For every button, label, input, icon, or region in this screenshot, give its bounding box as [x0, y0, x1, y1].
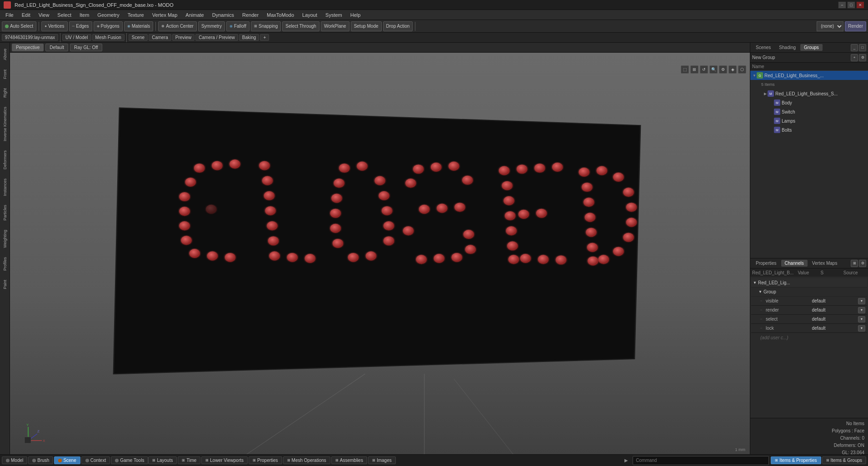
render-button[interactable]: Render: [845, 21, 866, 31]
sidebar-tab-inverse-kinematics[interactable]: Inverse Kinematics: [1, 103, 9, 145]
menu-render[interactable]: Render: [239, 11, 262, 19]
tree-item-body[interactable]: M Body: [750, 98, 868, 107]
menu-select[interactable]: Select: [54, 11, 75, 19]
tree-item-bolts[interactable]: M Bolts: [750, 125, 868, 134]
auto-select-button[interactable]: Auto Select: [2, 21, 36, 31]
menu-edit[interactable]: Edit: [18, 11, 34, 19]
menu-layout[interactable]: Layout: [299, 11, 321, 19]
camera-tab[interactable]: Camera: [149, 34, 171, 41]
camera-preview-tab[interactable]: Camera / Preview: [195, 34, 238, 41]
default-tab[interactable]: Default: [45, 44, 68, 51]
maximize-button[interactable]: □: [847, 1, 855, 9]
ch-dropdown-select[interactable]: ▾: [858, 316, 865, 322]
vp-settings-btn[interactable]: ⚙: [719, 65, 727, 74]
mode-scene-tab[interactable]: Scene: [54, 456, 80, 464]
tree-item-lamps[interactable]: M Lamps: [750, 116, 868, 125]
properties-tab[interactable]: Properties: [752, 260, 780, 267]
vp-expand-btn[interactable]: ⬚: [681, 65, 689, 74]
menu-geometry[interactable]: Geometry: [94, 11, 123, 19]
perspective-tab[interactable]: Perspective: [12, 44, 44, 51]
sidebar-tab-particles[interactable]: Particles: [1, 201, 9, 225]
menu-view[interactable]: View: [35, 11, 53, 19]
layer-info[interactable]: 97484630199:lay-unmax: [2, 34, 58, 41]
mode-brush-tab[interactable]: Brush: [28, 456, 53, 464]
render-dropdown[interactable]: (none): [817, 21, 843, 31]
setup-mode-button[interactable]: Setup Mode: [351, 21, 382, 31]
brp-expand-btn[interactable]: ⊞: [851, 260, 858, 267]
scenes-tab[interactable]: Scenes: [752, 44, 774, 51]
settings-group-btn[interactable]: ⚙: [859, 54, 866, 61]
mode-model-tab[interactable]: Model: [2, 456, 27, 464]
tree-item-switch[interactable]: M Switch: [750, 107, 868, 116]
time-tab[interactable]: ⊞ Time: [178, 456, 200, 464]
mode-context-tab[interactable]: Context: [81, 456, 110, 464]
properties-tab-bottom[interactable]: ⊞ Properties: [249, 456, 282, 464]
vertices-button[interactable]: ● Vertices: [41, 21, 67, 31]
tree-item-1[interactable]: ▶ M Red_LED_Light_Business_S...: [750, 89, 868, 98]
baking-tab[interactable]: Baking: [239, 34, 259, 41]
brp-settings-btn[interactable]: ⚙: [859, 260, 866, 267]
scene-tab[interactable]: Scene: [129, 34, 148, 41]
tree-item-root[interactable]: ▼ G Red_LED_Light_Business_...: [750, 71, 868, 80]
workplane-button[interactable]: WorkPlane: [321, 21, 349, 31]
command-arrow-btn[interactable]: ▶: [623, 458, 630, 463]
close-button[interactable]: ✕: [856, 1, 864, 9]
menu-texture[interactable]: Texture: [124, 11, 148, 19]
menu-help[interactable]: Help: [347, 11, 364, 19]
preview-tab[interactable]: Preview: [172, 34, 195, 41]
vp-reset-btn[interactable]: ↺: [700, 65, 708, 74]
polygons-button[interactable]: ◈ Polygons: [94, 21, 123, 31]
menu-dynamics[interactable]: Dynamics: [209, 11, 238, 19]
mesh-fusion-tab[interactable]: Mesh Fusion: [92, 34, 125, 41]
sidebar-tab-above[interactable]: Above: [1, 45, 9, 64]
menu-vertex-map[interactable]: Vertex Map: [149, 11, 181, 19]
menu-animate[interactable]: Animate: [182, 11, 207, 19]
assemblies-tab[interactable]: ⊞ Assemblies: [331, 456, 367, 464]
vp-zoom-btn[interactable]: 🔍: [709, 65, 718, 74]
add-group-btn[interactable]: +: [851, 54, 858, 61]
ch-group-red-led[interactable]: ▼ Red_LED_Lig...: [751, 278, 867, 288]
falloff-button[interactable]: ◉ Falloff: [226, 21, 249, 31]
menu-file[interactable]: File: [2, 11, 17, 19]
layouts-tab[interactable]: ⊞ Layouts: [148, 456, 177, 464]
items-groups-tab[interactable]: ⊞ Items & Groups: [822, 456, 866, 464]
sidebar-tab-weighting[interactable]: Weighting: [1, 226, 9, 252]
items-properties-tab[interactable]: ⊞ Items & Properties: [771, 456, 821, 464]
symmetry-button[interactable]: Symmetry: [198, 21, 225, 31]
ch-sub-group[interactable]: ▼ Group: [751, 288, 867, 297]
channels-tab[interactable]: Channels: [781, 260, 808, 267]
shading-tab[interactable]: Shading: [775, 44, 799, 51]
uv-model-tab[interactable]: UV / Model: [62, 34, 91, 41]
images-tab[interactable]: ⊞ Images: [368, 456, 396, 464]
sidebar-tab-profiles[interactable]: Profiles: [1, 253, 9, 275]
panel-maximize-btn[interactable]: □: [859, 44, 866, 51]
select-through-button[interactable]: Select Through: [282, 21, 319, 31]
ray-gl-tab[interactable]: Ray GL: Off: [70, 44, 102, 51]
groups-tab[interactable]: Groups: [800, 44, 823, 51]
vp-extra-btn[interactable]: ⬡: [738, 65, 746, 74]
ch-dropdown-render[interactable]: ▾: [858, 307, 865, 313]
command-input[interactable]: [633, 456, 769, 465]
vp-maximize-btn[interactable]: ⊞: [690, 65, 698, 74]
sidebar-tab-instances[interactable]: Instances: [1, 174, 9, 200]
minimize-button[interactable]: −: [838, 1, 846, 9]
ch-dropdown-visible[interactable]: ▾: [858, 298, 865, 304]
mesh-operations-tab[interactable]: ⊞ Mesh Operations: [283, 456, 330, 464]
menu-system[interactable]: System: [322, 11, 346, 19]
sidebar-tab-deformers[interactable]: Deformers: [1, 146, 9, 174]
snapping-button[interactable]: ⊞ Snapping: [251, 21, 281, 31]
panel-minimize-btn[interactable]: _: [851, 44, 858, 51]
action-center-button[interactable]: ⊕ Action Center: [158, 21, 197, 31]
sidebar-tab-paint[interactable]: Paint: [1, 276, 9, 293]
lower-viewports-tab[interactable]: ⊞ Lower Viewports: [201, 456, 248, 464]
materials-button[interactable]: ◉ Materials: [124, 21, 154, 31]
add-viewport-btn[interactable]: +: [260, 34, 269, 41]
menu-item[interactable]: Item: [76, 11, 93, 19]
viewport-canvas[interactable]: X Y Z ⬚ ⊞ ↺ 🔍 ⚙ ◈ ⬡ 1 mm: [10, 53, 750, 454]
sidebar-tab-right[interactable]: Right: [1, 84, 9, 102]
ch-add-user[interactable]: (add user c...): [751, 333, 867, 342]
ch-dropdown-lock[interactable]: ▾: [858, 325, 865, 332]
menu-maxtomodo[interactable]: MaxToModo: [263, 11, 298, 19]
drop-action-button[interactable]: Drop Action: [383, 21, 413, 31]
mode-game-tools-tab[interactable]: Game Tools: [111, 456, 148, 464]
